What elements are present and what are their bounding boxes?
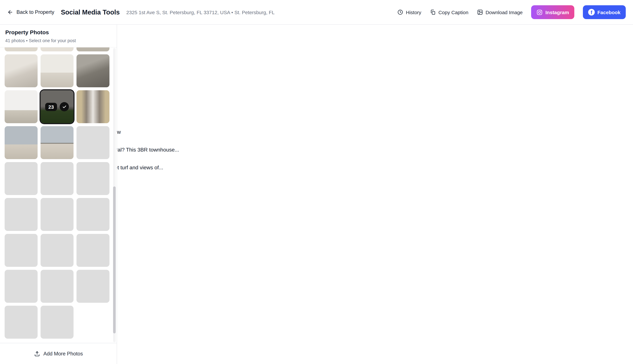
page-title: Social Media Tools	[61, 8, 120, 16]
sidebar-scrollbar[interactable]	[113, 48, 116, 342]
selected-check-icon	[60, 102, 69, 111]
photo-thumbnail[interactable]	[77, 48, 109, 52]
download-image-button[interactable]: Download Image	[477, 9, 523, 15]
property-address: 2325 1st Ave S, St. Petersburg, FL 33712…	[126, 10, 274, 15]
photo-thumbnail[interactable]	[41, 270, 74, 303]
sidebar-subtitle: 41 photos • Select one for your post	[5, 38, 111, 43]
back-arrow-icon	[7, 9, 13, 15]
copy-icon	[430, 9, 436, 15]
photo-thumbnail-selected[interactable]: 23	[41, 90, 74, 123]
photo-grid: 23	[5, 48, 109, 339]
sidebar-header: Property Photos 41 photos • Select one f…	[0, 25, 117, 48]
photo-thumbnail[interactable]	[5, 54, 38, 87]
photo-thumbnail[interactable]	[77, 270, 109, 303]
back-to-property-button[interactable]: Back to Property	[7, 9, 54, 15]
photo-thumbnail[interactable]	[41, 162, 74, 195]
photo-thumbnail[interactable]	[41, 234, 74, 267]
photo-thumbnail[interactable]	[41, 126, 74, 159]
photo-thumbnail[interactable]	[77, 198, 109, 231]
photo-thumbnail[interactable]	[41, 54, 74, 87]
photo-thumbnail[interactable]	[5, 234, 38, 267]
top-bar: Back to Property Social Media Tools 2325…	[0, 0, 633, 25]
photo-thumbnail[interactable]	[77, 54, 109, 87]
photo-thumbnail[interactable]	[5, 162, 38, 195]
photo-thumbnail[interactable]	[5, 48, 38, 52]
photo-thumbnail[interactable]	[5, 90, 38, 123]
image-icon	[477, 9, 483, 15]
sidebar-title: Property Photos	[5, 29, 111, 36]
facebook-icon: f	[588, 9, 595, 16]
history-button[interactable]: History	[397, 9, 421, 15]
photo-grid-wrap: 23	[0, 48, 117, 343]
photo-thumbnail[interactable]	[5, 198, 38, 231]
photo-thumbnail[interactable]	[41, 198, 74, 231]
back-label: Back to Property	[17, 9, 54, 15]
photo-thumbnail[interactable]	[77, 234, 109, 267]
photo-thumbnail[interactable]	[77, 126, 109, 159]
photo-thumbnail[interactable]	[77, 90, 109, 123]
selected-photo-number-badge: 23	[45, 102, 57, 111]
share-instagram-button[interactable]: Instagram	[531, 5, 574, 19]
photo-thumbnail[interactable]	[77, 162, 109, 195]
photo-thumbnail[interactable]	[5, 270, 38, 303]
photo-thumbnail[interactable]	[41, 306, 74, 339]
sidebar-scrollbar-thumb[interactable]	[113, 186, 116, 333]
photo-thumbnail[interactable]	[5, 306, 38, 339]
instagram-icon	[537, 9, 543, 15]
upload-icon	[34, 350, 40, 357]
add-more-photos-button[interactable]: Add More Photos	[0, 343, 117, 364]
share-facebook-button[interactable]: f Facebook	[583, 5, 626, 19]
copy-caption-button[interactable]: Copy Caption	[430, 9, 468, 15]
social-media-tools-app: Back to Property Social Media Tools 2325…	[0, 0, 633, 364]
photo-thumbnail[interactable]	[41, 48, 74, 52]
photos-sidebar: Property Photos 41 photos • Select one f…	[0, 25, 117, 364]
photo-thumbnail[interactable]	[5, 126, 38, 159]
history-clock-icon	[397, 9, 403, 15]
